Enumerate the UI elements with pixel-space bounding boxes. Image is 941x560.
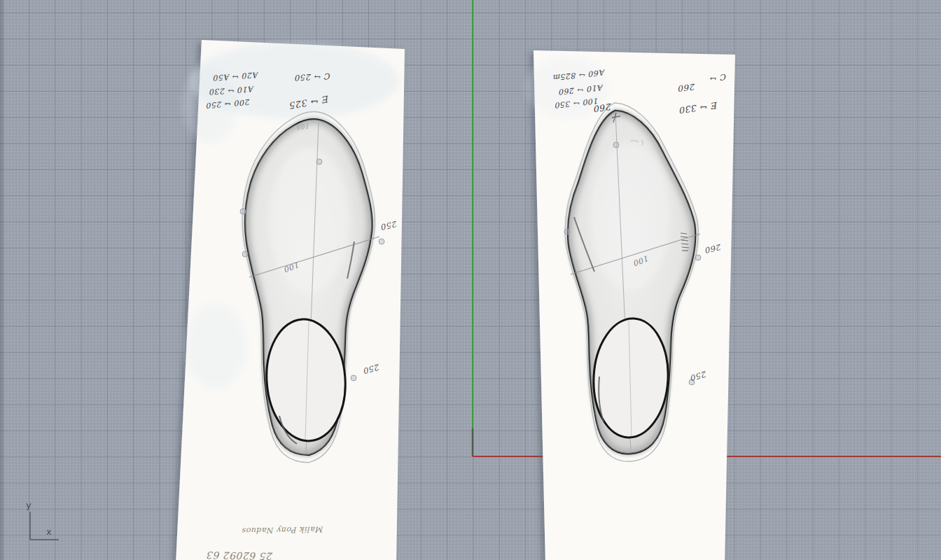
left-last-highlight — [269, 147, 350, 294]
handwritten-note: 260 — [678, 82, 696, 93]
gizmo-x-label: x — [46, 526, 52, 537]
handwritten-caption: Malik Pony Naduos — [242, 524, 324, 535]
handwritten-bottom-text: 25 62092 63 — [207, 550, 274, 560]
axis-gizmo — [30, 512, 59, 540]
right-sheet — [525, 50, 735, 560]
gizmo-y-label: y — [26, 500, 32, 510]
handwritten-note: C ↪ 250 — [295, 71, 331, 83]
scan-tint — [184, 303, 247, 390]
left-sheet — [176, 40, 405, 560]
right-last-highlight — [590, 144, 671, 290]
handwritten-note-faint: 105 — [296, 122, 309, 131]
scene-layer — [0, 0, 941, 560]
cad-viewport[interactable]: A20 ↪ A50 A10 ↪ 230 200 ↪ 250 C ↪ 250 E … — [0, 0, 941, 560]
viewport-edge-shade — [0, 0, 5, 560]
